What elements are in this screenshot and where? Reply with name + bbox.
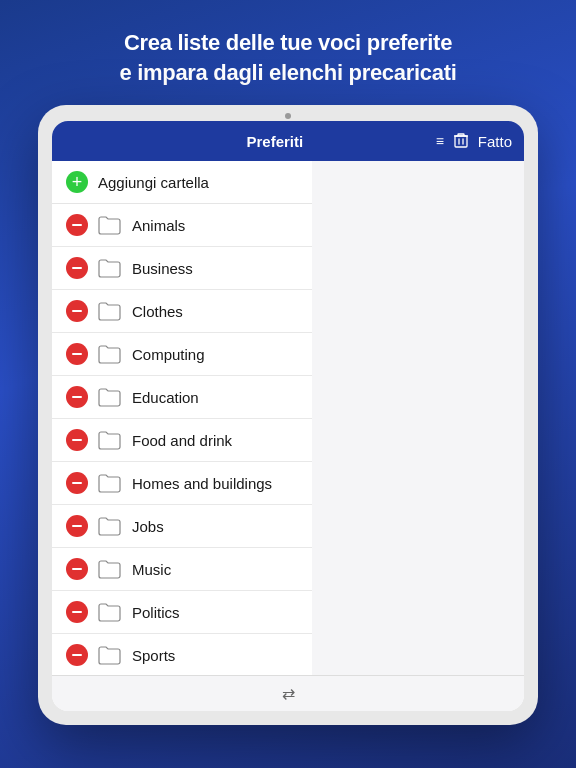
content-area: + Aggiungi cartella Animals Business Clo… bbox=[52, 161, 524, 675]
folder-row[interactable]: Animals bbox=[52, 204, 312, 247]
right-panel bbox=[312, 161, 524, 675]
nav-icons: ≡ Fatto bbox=[436, 132, 512, 151]
folder-icon bbox=[98, 645, 122, 665]
nav-bar: Preferiti ≡ Fatto bbox=[52, 121, 524, 161]
delete-icon[interactable] bbox=[66, 429, 88, 451]
folder-label: Homes and buildings bbox=[132, 475, 298, 492]
delete-icon[interactable] bbox=[66, 558, 88, 580]
folder-icon bbox=[98, 516, 122, 536]
folder-icon bbox=[98, 430, 122, 450]
folder-row[interactable]: Homes and buildings bbox=[52, 462, 312, 505]
folder-label: Food and drink bbox=[132, 432, 298, 449]
delete-icon[interactable] bbox=[66, 257, 88, 279]
delete-icon[interactable] bbox=[66, 386, 88, 408]
delete-icon[interactable] bbox=[66, 472, 88, 494]
nav-title: Preferiti bbox=[246, 133, 303, 150]
folder-label: Computing bbox=[132, 346, 298, 363]
folder-icon bbox=[98, 301, 122, 321]
folder-list-items: Animals Business Clothes Computing Educa… bbox=[52, 204, 312, 675]
folder-icon bbox=[98, 258, 122, 278]
delete-icon[interactable] bbox=[66, 644, 88, 666]
filter-icon[interactable]: ≡ bbox=[436, 133, 444, 149]
trash-icon[interactable] bbox=[454, 132, 468, 151]
folder-list: + Aggiungi cartella Animals Business Clo… bbox=[52, 161, 312, 675]
folder-row[interactable]: Sports bbox=[52, 634, 312, 675]
folder-row[interactable]: Business bbox=[52, 247, 312, 290]
add-folder-row[interactable]: + Aggiungi cartella bbox=[52, 161, 312, 204]
folder-row[interactable]: Politics bbox=[52, 591, 312, 634]
folder-icon bbox=[98, 344, 122, 364]
folder-label: Business bbox=[132, 260, 298, 277]
folder-label: Animals bbox=[132, 217, 298, 234]
folder-icon bbox=[98, 387, 122, 407]
delete-icon[interactable] bbox=[66, 601, 88, 623]
folder-label: Clothes bbox=[132, 303, 298, 320]
add-folder-label: Aggiungi cartella bbox=[98, 174, 209, 191]
bottom-bar: ⇄ bbox=[52, 675, 524, 711]
hero-text: Crea liste delle tue voci preferite e im… bbox=[89, 0, 486, 105]
delete-icon[interactable] bbox=[66, 300, 88, 322]
folder-icon bbox=[98, 473, 122, 493]
folder-label: Education bbox=[132, 389, 298, 406]
folder-label: Sports bbox=[132, 647, 298, 664]
delete-icon[interactable] bbox=[66, 343, 88, 365]
delete-icon[interactable] bbox=[66, 515, 88, 537]
svg-rect-0 bbox=[455, 136, 467, 147]
folder-row[interactable]: Computing bbox=[52, 333, 312, 376]
folder-row[interactable]: Music bbox=[52, 548, 312, 591]
nav-done-button[interactable]: Fatto bbox=[478, 133, 512, 150]
folder-row[interactable]: Jobs bbox=[52, 505, 312, 548]
tablet-device: Preferiti ≡ Fatto + Aggiungi ca bbox=[38, 105, 538, 725]
folder-row[interactable]: Food and drink bbox=[52, 419, 312, 462]
hero-line1: Crea liste delle tue voci preferite bbox=[124, 30, 452, 55]
folder-label: Politics bbox=[132, 604, 298, 621]
hero-line2: e impara dagli elenchi precaricati bbox=[119, 60, 456, 85]
folder-label: Jobs bbox=[132, 518, 298, 535]
delete-icon[interactable] bbox=[66, 214, 88, 236]
folder-row[interactable]: Clothes bbox=[52, 290, 312, 333]
folder-label: Music bbox=[132, 561, 298, 578]
add-icon: + bbox=[66, 171, 88, 193]
tablet-screen: Preferiti ≡ Fatto + Aggiungi ca bbox=[52, 121, 524, 711]
folder-icon bbox=[98, 602, 122, 622]
folder-row[interactable]: Education bbox=[52, 376, 312, 419]
swap-icon[interactable]: ⇄ bbox=[282, 684, 295, 703]
folder-icon bbox=[98, 215, 122, 235]
folder-icon bbox=[98, 559, 122, 579]
home-indicator bbox=[285, 113, 291, 119]
